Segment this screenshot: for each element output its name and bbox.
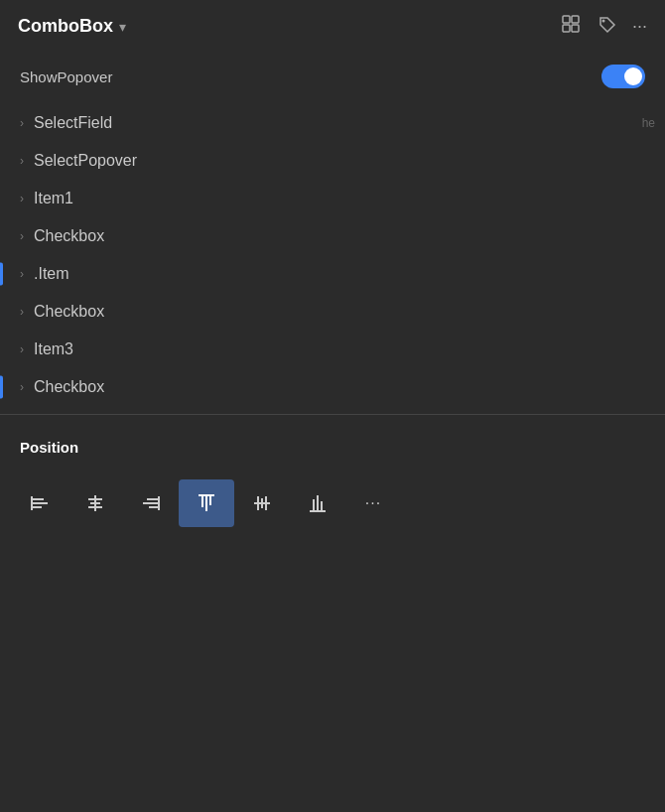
tree-item-label: SelectPopover [34,152,137,170]
chevron-down-icon[interactable]: ▾ [119,19,126,35]
svg-rect-0 [563,16,570,23]
tree-item-checkbox1[interactable]: › Checkbox [0,217,665,255]
tree-item-label: Item1 [34,190,73,207]
chevron-right-icon: › [20,116,24,130]
svg-rect-2 [563,25,570,32]
tree-item-item1[interactable]: › Item1 [0,180,665,217]
alignment-toolbar: ··· [0,479,665,527]
chevron-right-icon: › [20,192,24,205]
show-popover-row: ShowPopover [0,53,665,100]
header-left: ComboBox ▾ [18,16,126,37]
tree-item-dotitem[interactable]: › .Item [0,255,665,293]
tree-item-label: Checkbox [34,303,104,321]
toggle-knob [624,68,642,85]
more-icon: ··· [365,494,381,512]
tree-item-selectfield[interactable]: › SelectField he [0,104,665,142]
align-center-h-button[interactable] [67,479,123,527]
align-bottom-button[interactable] [290,479,345,527]
tree-item-label: Checkbox [34,378,104,396]
align-left-button[interactable] [12,479,67,527]
position-section: Position [0,423,665,479]
tree-item-checkbox2[interactable]: › Checkbox [0,293,665,331]
align-more-button[interactable]: ··· [345,479,401,527]
align-right-button[interactable] [123,479,179,527]
grid-icon[interactable] [561,14,581,39]
chevron-right-icon: › [20,305,24,319]
header: ComboBox ▾ ··· [0,0,665,53]
header-title: ComboBox [18,16,113,37]
svg-point-4 [601,20,604,23]
tree-item-label: Item3 [34,340,73,358]
chevron-right-icon: › [20,267,24,281]
tree-item-label: SelectField [34,114,112,132]
chevron-right-icon: › [20,342,24,356]
right-edge-text: he [642,116,655,130]
tree-item-checkbox3[interactable]: › Checkbox [0,368,665,406]
tag-icon[interactable] [597,14,616,39]
position-title: Position [20,439,645,456]
show-popover-toggle[interactable] [601,65,645,88]
chevron-right-icon: › [20,154,24,168]
tree-list: › SelectField he › SelectPopover › Item1… [0,104,665,406]
tree-item-item3[interactable]: › Item3 [0,331,665,368]
tree-item-selectpopover[interactable]: › SelectPopover [0,142,665,180]
section-divider [0,414,665,415]
show-popover-label: ShowPopover [20,68,112,85]
chevron-right-icon: › [20,380,24,394]
tree-item-label: Checkbox [34,227,104,245]
svg-rect-1 [572,16,579,23]
more-options-icon[interactable]: ··· [632,16,647,37]
tree-item-label: .Item [34,265,69,283]
svg-rect-3 [572,25,579,32]
align-top-button[interactable] [179,479,234,527]
header-icons: ··· [561,14,647,39]
align-center-v-button[interactable] [234,479,290,527]
chevron-right-icon: › [20,229,24,243]
